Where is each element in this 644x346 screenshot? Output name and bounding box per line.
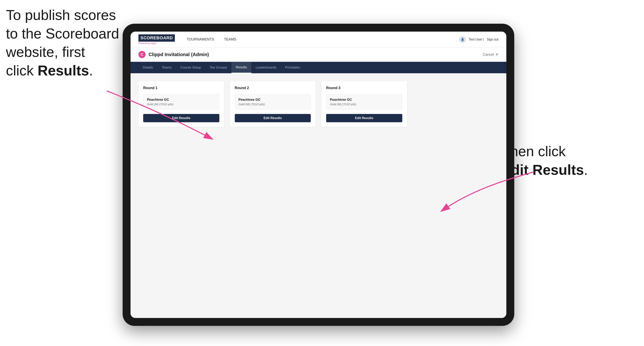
rounds-grid: Round 1 Peachtree GC Gold (M) (7010 yds)… — [138, 81, 498, 127]
nav-tournaments[interactable]: TOURNAMENTS — [187, 37, 214, 41]
logo-area: SCOREBOARD Powered by clippd — [138, 34, 175, 44]
tournament-title-area: C Clippd Invitational (Admin) — [138, 51, 209, 58]
main-content: Round 1 Peachtree GC Gold (M) (7010 yds)… — [130, 73, 506, 318]
round-3-course-name: Peachtree GC — [330, 98, 398, 102]
user-label: Test User | — [469, 38, 484, 41]
round-2-card: Round 2 Peachtree GC Gold (M) (7010 yds)… — [230, 81, 316, 127]
tab-course-setup[interactable]: Course Setup — [176, 62, 205, 73]
scoreboard-logo: SCOREBOARD — [138, 34, 175, 41]
nav-teams[interactable]: TEAMS — [224, 37, 236, 41]
round-1-course-card: Peachtree GC Gold (M) (7010 yds) — [143, 94, 219, 110]
round-3-course-card: Peachtree GC Gold (M) (7010 yds) — [326, 94, 402, 110]
tournament-icon: C — [138, 51, 146, 58]
nav-right-area: 👤 Test User | Sign out — [459, 36, 498, 43]
round-2-course-detail: Gold (M) (7010 yds) — [238, 103, 307, 106]
round-1-card: Round 1 Peachtree GC Gold (M) (7010 yds)… — [138, 81, 224, 127]
top-navigation: SCOREBOARD Powered by clippd TOURNAMENTS… — [130, 32, 506, 47]
sign-out-link[interactable]: Sign out — [487, 38, 498, 41]
round-3-title: Round 3 — [326, 86, 402, 90]
logo-subtitle: Powered by clippd — [138, 42, 175, 44]
tournament-header: C Clippd Invitational (Admin) Cancel ✕ — [130, 47, 506, 62]
instruction-bottom-right: Then click Edit Results. — [502, 142, 604, 179]
cancel-button[interactable]: Cancel ✕ — [483, 52, 498, 57]
user-avatar: 👤 — [459, 36, 466, 43]
tab-teams[interactable]: Teams — [158, 62, 176, 73]
round-1-course-detail: Gold (M) (7010 yds) — [147, 103, 216, 106]
tablet-screen: SCOREBOARD Powered by clippd TOURNAMENTS… — [130, 32, 506, 318]
empty-column — [413, 81, 499, 127]
tab-tee-groups[interactable]: Tee Groups — [205, 62, 232, 73]
edit-results-button-round-2[interactable]: Edit Results — [235, 114, 311, 122]
round-3-course-detail: Gold (M) (7010 yds) — [330, 103, 398, 106]
nav-links: TOURNAMENTS TEAMS — [187, 37, 459, 41]
round-2-title: Round 2 — [235, 86, 311, 90]
tablet-device: SCOREBOARD Powered by clippd TOURNAMENTS… — [123, 24, 514, 326]
tournament-title: Clippd Invitational (Admin) — [148, 52, 209, 57]
round-1-title: Round 1 — [143, 86, 219, 90]
tab-leaderboards[interactable]: Leaderboards — [252, 62, 281, 73]
sub-navigation: Details Teams Course Setup Tee Groups Re… — [130, 62, 506, 73]
tab-details[interactable]: Details — [138, 62, 158, 73]
round-3-card: Round 3 Peachtree GC Gold (M) (7010 yds)… — [322, 81, 407, 127]
edit-results-button-round-1[interactable]: Edit Results — [143, 114, 219, 122]
edit-results-button-round-3[interactable]: Edit Results — [326, 114, 402, 122]
tab-printables[interactable]: Printables — [281, 62, 304, 73]
round-2-course-card: Peachtree GC Gold (M) (7010 yds) — [235, 94, 311, 110]
round-1-course-name: Peachtree GC — [147, 98, 216, 102]
instruction-top-left: To publish scores to the Scoreboard webs… — [6, 6, 121, 80]
round-2-course-name: Peachtree GC — [238, 98, 307, 102]
tab-results[interactable]: Results — [232, 62, 252, 73]
